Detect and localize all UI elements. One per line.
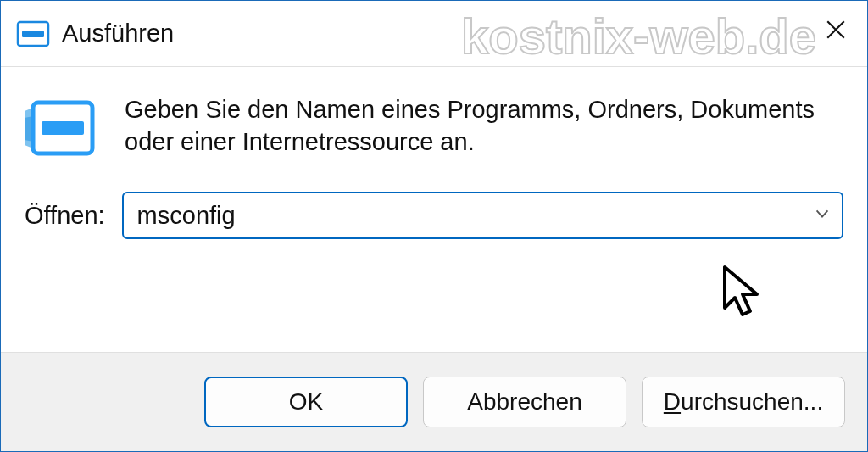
svg-rect-5 (42, 121, 84, 135)
watermark-text: kostnix-web.de (461, 8, 816, 64)
titlebar: Ausführen kostnix-web.de (1, 1, 867, 67)
close-button[interactable] (815, 13, 857, 47)
close-icon (825, 19, 847, 41)
run-title-icon (16, 17, 50, 51)
button-bar: OK Abbrechen Durchsuchen... (1, 352, 867, 451)
dialog-content: Geben Sie den Namen eines Programms, Ord… (1, 67, 867, 273)
browse-button[interactable]: Durchsuchen... (642, 377, 845, 427)
open-input[interactable] (122, 192, 843, 239)
ok-button[interactable]: OK (204, 377, 408, 427)
run-dialog-icon (25, 99, 96, 157)
info-row: Geben Sie den Namen eines Programms, Ord… (25, 94, 843, 158)
browse-button-label: Durchsuchen... (664, 388, 823, 416)
open-combobox[interactable] (122, 192, 843, 239)
cancel-button[interactable]: Abbrechen (423, 377, 626, 427)
dialog-description: Geben Sie den Namen eines Programms, Ord… (125, 94, 843, 158)
open-label: Öffnen: (25, 202, 105, 230)
cancel-button-label: Abbrechen (467, 388, 581, 416)
input-row: Öffnen: (25, 192, 843, 239)
svg-rect-1 (22, 31, 44, 37)
ok-button-label: OK (289, 388, 323, 416)
window-title: Ausführen (62, 20, 174, 47)
